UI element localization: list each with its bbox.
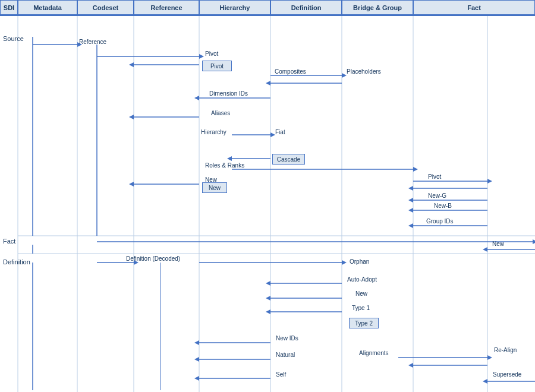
- svg-marker-35: [129, 182, 134, 186]
- self-label: Self: [276, 371, 286, 378]
- new-ids-label: New IDs: [276, 335, 298, 342]
- svg-marker-41: [408, 198, 413, 203]
- svg-marker-39: [408, 186, 413, 191]
- aliases-label: Aliases: [211, 110, 230, 116]
- tab-hierarchy[interactable]: Hierarchy: [199, 0, 270, 15]
- pivot-box: Pivot: [202, 61, 232, 71]
- hierarchy-label: Hierarchy: [201, 129, 226, 135]
- fiat-label: Fiat: [275, 129, 285, 135]
- tab-reference[interactable]: Reference: [134, 0, 199, 15]
- new-hierarchy-box: New: [202, 182, 227, 193]
- new-g-label: New-G: [428, 192, 446, 199]
- pivot2-label: Pivot: [428, 173, 441, 180]
- composites-label: Composites: [275, 68, 306, 75]
- type2-box: Type 2: [349, 318, 379, 328]
- type1-label: Type 1: [352, 305, 370, 311]
- pivot-label: Pivot: [205, 50, 218, 57]
- group-ids-label: Group IDs: [426, 218, 454, 225]
- svg-marker-56: [266, 281, 270, 286]
- definition-decoded-label: Definition (Decoded): [126, 255, 180, 262]
- auto-adopt-label: Auto-Adopt: [347, 276, 377, 283]
- svg-marker-72: [483, 379, 487, 384]
- fact-label: Fact: [3, 238, 15, 245]
- tab-sdi[interactable]: SDI: [0, 0, 18, 15]
- placeholders-label: Placeholders: [347, 68, 381, 75]
- reference-label: Reference: [79, 39, 106, 45]
- svg-marker-49: [483, 247, 487, 252]
- svg-marker-43: [408, 208, 413, 213]
- tab-codeset[interactable]: Codeset: [77, 0, 134, 15]
- svg-marker-33: [413, 167, 418, 172]
- svg-marker-21: [342, 73, 347, 78]
- new4-label: New: [355, 290, 367, 297]
- svg-marker-17: [199, 54, 204, 59]
- svg-marker-31: [227, 156, 232, 161]
- tab-definition[interactable]: Definition: [270, 0, 342, 15]
- natural-label: Natural: [276, 352, 295, 358]
- svg-marker-58: [266, 296, 270, 301]
- svg-marker-25: [194, 96, 199, 100]
- svg-marker-66: [194, 376, 199, 381]
- tab-fact[interactable]: Fact: [413, 0, 535, 15]
- tab-bridge-group[interactable]: Bridge & Group: [342, 0, 413, 15]
- svg-marker-53: [342, 260, 347, 265]
- dimension-ids-label: Dimension IDs: [209, 90, 248, 97]
- cascade-box: Cascade: [272, 154, 305, 165]
- definition-label: Definition: [3, 258, 30, 265]
- supersede-label: Supersede: [493, 371, 521, 378]
- svg-marker-47: [533, 239, 535, 244]
- alignments-label: Alignments: [359, 350, 388, 356]
- source-label: Source: [3, 35, 24, 42]
- svg-marker-68: [487, 355, 492, 360]
- svg-marker-27: [129, 115, 134, 119]
- svg-marker-29: [270, 132, 275, 137]
- svg-marker-64: [194, 357, 199, 362]
- svg-marker-70: [408, 363, 413, 368]
- svg-marker-37: [487, 179, 492, 184]
- roles-ranks-label: Roles & Ranks: [205, 162, 244, 169]
- svg-marker-45: [408, 223, 413, 228]
- re-align-label: Re-Align: [494, 347, 517, 353]
- svg-marker-60: [266, 309, 270, 314]
- header-tabs: SDIMetadataCodesetReferenceHierarchyDefi…: [0, 0, 535, 16]
- new3-label: New: [492, 241, 504, 247]
- svg-marker-19: [129, 62, 134, 67]
- diagram-area: Source Fact Definition Reference Pivot C…: [0, 16, 535, 392]
- arrows-svg: [0, 16, 535, 392]
- new-b-label: New-B: [434, 203, 452, 209]
- orphan-label: Orphan: [350, 258, 369, 265]
- tab-metadata[interactable]: Metadata: [18, 0, 77, 15]
- svg-marker-23: [266, 81, 270, 86]
- svg-marker-62: [194, 340, 199, 345]
